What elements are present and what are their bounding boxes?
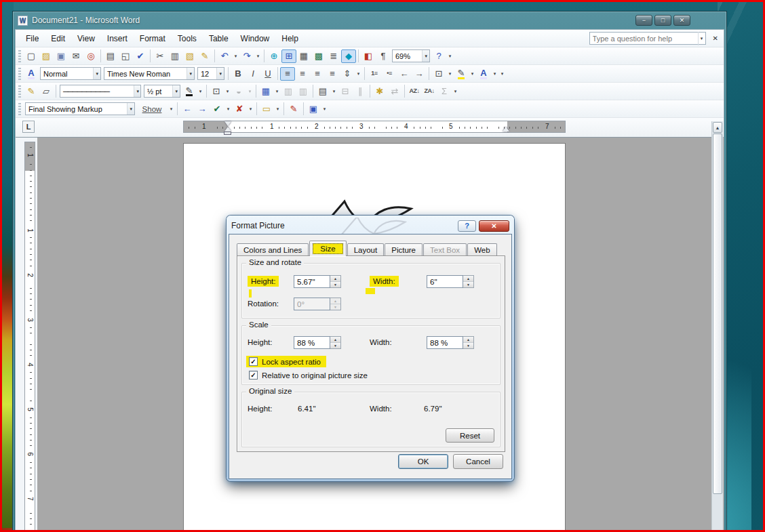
highlight-dropdown-icon[interactable]: ▾ bbox=[469, 67, 476, 81]
spinner-down-icon[interactable]: ▼ bbox=[330, 343, 340, 348]
spinner-down-icon[interactable]: ▼ bbox=[463, 282, 473, 287]
cancel-button[interactable]: Cancel bbox=[453, 454, 503, 469]
font-size-combo[interactable]: 12 ▾ bbox=[197, 67, 224, 80]
borders-button[interactable]: ⊡ bbox=[209, 85, 224, 98]
width-input[interactable] bbox=[427, 275, 463, 288]
spinner-up-icon[interactable]: ▲ bbox=[330, 337, 340, 343]
bullets-button[interactable]: •≡ bbox=[382, 67, 397, 81]
font-combo[interactable]: Times New Roman ▾ bbox=[104, 67, 195, 80]
spinner-up-icon[interactable]: ▲ bbox=[463, 276, 473, 282]
scrollbar-thumb[interactable] bbox=[713, 134, 722, 494]
menu-file[interactable]: File bbox=[20, 32, 45, 45]
lock-aspect-ratio-checkbox[interactable]: ✓ bbox=[249, 357, 258, 366]
minimize-button[interactable]: − bbox=[635, 15, 652, 26]
border-color-dropdown-icon[interactable]: ▾ bbox=[197, 85, 204, 98]
zoom-dropdown-icon[interactable]: ▾ bbox=[422, 50, 429, 62]
lock-aspect-ratio-row[interactable]: ✓ Lock aspect ratio bbox=[246, 356, 326, 367]
reset-button[interactable]: Reset bbox=[446, 428, 494, 443]
tables-and-borders-button[interactable]: ⊞ bbox=[281, 49, 296, 63]
toolbar-grip[interactable] bbox=[18, 50, 21, 62]
distribute-columns-button[interactable]: ∥ bbox=[353, 85, 368, 98]
insert-table-dropdown-icon[interactable]: ▾ bbox=[273, 85, 281, 98]
underline-button[interactable]: U bbox=[260, 67, 275, 81]
spinner-down-icon[interactable]: ▼ bbox=[330, 282, 340, 287]
question-help-dropdown-icon[interactable]: ▾ bbox=[698, 32, 705, 45]
font-color-dropdown-icon[interactable]: ▾ bbox=[491, 67, 498, 81]
display-for-review-combo[interactable]: Final Showing Markup ▾ bbox=[25, 102, 135, 115]
undo-dropdown-icon[interactable]: ▾ bbox=[232, 49, 239, 63]
spinner-up-icon[interactable]: ▲ bbox=[463, 337, 473, 343]
show-hide-button[interactable]: ¶ bbox=[376, 49, 391, 63]
toolbar-grip[interactable] bbox=[18, 68, 21, 80]
justify-button[interactable]: ≡ bbox=[325, 67, 340, 81]
tab-size[interactable]: Size bbox=[309, 241, 346, 256]
maximize-button[interactable]: □ bbox=[654, 15, 671, 26]
align-right-button[interactable]: ≡ bbox=[310, 67, 325, 81]
menu-insert[interactable]: Insert bbox=[101, 32, 134, 45]
align-center-button[interactable]: ≡ bbox=[295, 67, 310, 81]
sort-descending-button[interactable]: ZA↓ bbox=[422, 85, 437, 98]
tab-colors-and-lines[interactable]: Colors and Lines bbox=[237, 243, 309, 256]
align-left-button[interactable]: ≡ bbox=[280, 67, 295, 81]
toolbar-grip[interactable] bbox=[18, 103, 21, 115]
help-button[interactable]: ? bbox=[431, 49, 446, 63]
highlight-button[interactable]: ✎ bbox=[454, 67, 469, 81]
font-dropdown-icon[interactable]: ▾ bbox=[187, 68, 194, 79]
menu-tools[interactable]: Tools bbox=[172, 32, 203, 45]
relative-to-original-checkbox[interactable]: ✓ bbox=[249, 371, 258, 380]
insert-hyperlink-button[interactable]: ⊕ bbox=[267, 49, 281, 63]
font-color-button[interactable]: A bbox=[476, 67, 491, 81]
reject-change-button[interactable]: ✘ bbox=[232, 102, 247, 116]
style-dropdown-icon[interactable]: ▾ bbox=[93, 68, 100, 79]
first-line-indent-marker[interactable] bbox=[224, 121, 231, 126]
font-size-dropdown-icon[interactable]: ▾ bbox=[216, 68, 224, 79]
menu-help[interactable]: Help bbox=[275, 32, 305, 45]
print-preview-button[interactable]: ◱ bbox=[118, 49, 133, 63]
spinner-up-icon[interactable]: ▲ bbox=[330, 276, 340, 282]
styles-and-formatting-button[interactable]: A bbox=[24, 67, 39, 81]
split-cells-button[interactable]: ▥ bbox=[296, 85, 311, 98]
scale-height-spinner[interactable]: ▲▼ bbox=[330, 336, 341, 349]
shading-color-button[interactable]: ◒ bbox=[231, 85, 246, 98]
menubar-close-icon[interactable]: ✕ bbox=[710, 35, 724, 42]
spelling-button[interactable]: ✔ bbox=[133, 49, 148, 63]
search-button[interactable]: ◎ bbox=[83, 49, 98, 63]
menu-format[interactable]: Format bbox=[134, 32, 172, 45]
track-changes-button[interactable]: ✎ bbox=[286, 102, 301, 116]
dialog-help-button[interactable]: ? bbox=[458, 220, 476, 232]
eraser-button[interactable]: ▱ bbox=[39, 85, 54, 98]
line-spacing-dropdown-icon[interactable]: ▾ bbox=[355, 67, 362, 81]
vertical-ruler[interactable]: 1 1 2 3 4 5 6 7 bbox=[24, 142, 35, 532]
decrease-indent-button[interactable]: ← bbox=[397, 67, 412, 81]
draw-table-button[interactable]: ✎ bbox=[24, 85, 39, 98]
toolbar-options-icon[interactable]: ▾ bbox=[498, 67, 506, 81]
document-map-button[interactable]: ◧ bbox=[361, 49, 376, 63]
open-button[interactable]: ▨ bbox=[39, 49, 54, 63]
scale-width-input[interactable] bbox=[427, 336, 463, 349]
menu-window[interactable]: Window bbox=[235, 32, 276, 45]
border-color-button[interactable]: ✎ bbox=[182, 85, 197, 98]
right-indent-marker[interactable] bbox=[503, 127, 509, 131]
numbering-button[interactable]: 1≡ bbox=[367, 67, 382, 81]
line-weight-combo[interactable]: ½ pt ▾ bbox=[144, 85, 180, 98]
question-help-input[interactable] bbox=[590, 35, 698, 43]
bold-button[interactable]: B bbox=[231, 67, 246, 81]
tab-web[interactable]: Web bbox=[467, 243, 496, 256]
redo-button[interactable]: ↷ bbox=[239, 49, 254, 63]
line-spacing-button[interactable]: ⇕ bbox=[340, 67, 355, 81]
sort-ascending-button[interactable]: AZ↓ bbox=[407, 85, 422, 98]
insert-excel-button[interactable]: ▩ bbox=[311, 49, 326, 63]
width-spinner[interactable]: ▲▼ bbox=[463, 275, 474, 288]
previous-change-button[interactable]: ← bbox=[180, 102, 195, 116]
menu-table[interactable]: Table bbox=[203, 32, 235, 45]
increase-indent-button[interactable]: → bbox=[412, 67, 427, 81]
show-menu-button[interactable]: Show bbox=[136, 102, 168, 116]
menu-edit[interactable]: Edit bbox=[45, 32, 71, 45]
accept-change-button[interactable]: ✔ bbox=[210, 102, 224, 116]
dialog-titlebar[interactable]: Format Picture ? ✕ bbox=[229, 218, 512, 234]
scale-height-input[interactable] bbox=[294, 336, 330, 349]
toolbar-options-icon[interactable]: ▾ bbox=[452, 85, 459, 98]
relative-to-original-row[interactable]: ✓ Relative to original picture size bbox=[249, 371, 368, 380]
border-dropdown-icon[interactable]: ▾ bbox=[446, 67, 454, 81]
copy-button[interactable]: ▥ bbox=[168, 49, 182, 63]
